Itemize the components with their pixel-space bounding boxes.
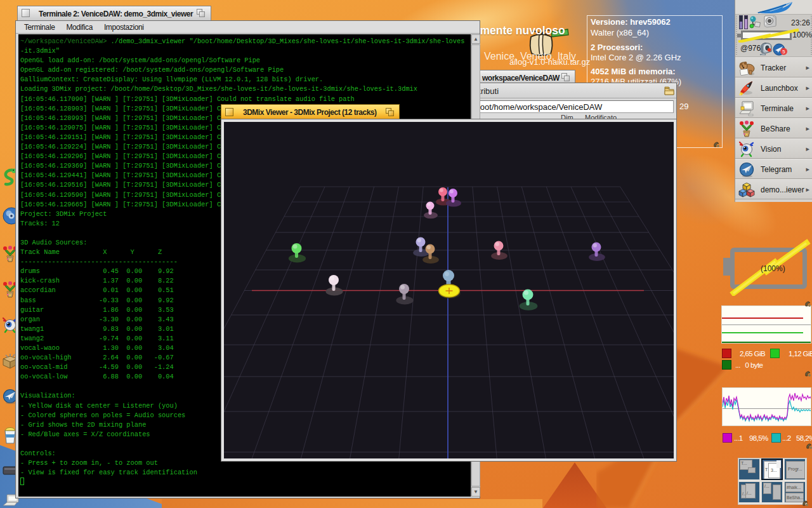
svg-text:5: 5 <box>782 49 785 55</box>
